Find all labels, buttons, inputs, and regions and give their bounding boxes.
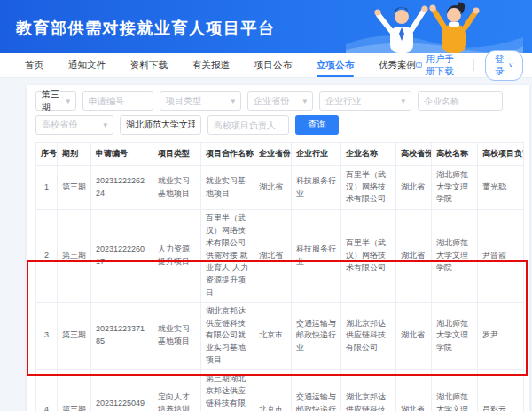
table-cell: 湖北师范大学文理学院 [432, 210, 478, 303]
table-cell: 湖北省 [254, 166, 292, 210]
nav-item[interactable]: 资料下载 [130, 53, 168, 77]
table-body: 1第三期2023122226224就业实习基地项目就业实习基地项目湖北省科技服务… [36, 166, 524, 411]
period-select[interactable]: 第三期 ▾ [35, 91, 76, 111]
page-title: 教育部供需对接就业育人项目平台 [16, 18, 276, 39]
highfive-illustration [346, 0, 523, 53]
nav-divider [473, 59, 474, 71]
nav-right: 用户手册下载 登录 ∨ [416, 50, 523, 81]
period-select-value: 第三期 [42, 89, 60, 113]
nav-items: 首页通知文件资料下载有关报道项目公布立项公布优秀案例 [9, 53, 416, 77]
nav-item[interactable]: 首页 [25, 53, 43, 77]
chevron-down-icon: ▾ [103, 120, 107, 129]
school-province-select[interactable]: 高校省份 ▾ [35, 115, 113, 135]
column-header: 序号 [36, 143, 58, 166]
column-header: 项目合作名称 [201, 143, 254, 166]
table-cell: 尹晋霞 [478, 210, 524, 303]
table-cell: 2023122337185 [91, 302, 153, 370]
main-nav: 首页通知文件资料下载有关报道项目公布立项公布优秀案例 用户手册下载 登录 ∨ [0, 53, 532, 78]
table-cell: 科技服务行业 [292, 166, 341, 210]
table-cell: 北京市 [254, 302, 292, 370]
column-header: 项目类型 [153, 143, 201, 166]
table-cell: 第三期 [58, 166, 91, 210]
table-cell: 第三期 [58, 210, 91, 303]
search-button[interactable]: 查询 [295, 115, 339, 135]
nav-item[interactable]: 优秀案例 [379, 53, 416, 77]
content-card: 第三期 ▾ 项目类型 ▾ 企业省份 ▾ 企业行业 ▾ 高校省份 ▾ 查询 [27, 85, 529, 411]
table-cell: 百里半（武汉）网络技术有限公司 [341, 210, 396, 303]
table-cell: 交通运输与邮政快递行业 [292, 370, 341, 411]
chevron-down-icon: ▾ [66, 97, 70, 105]
nav-item[interactable]: 通知文件 [68, 53, 106, 77]
table-cell: 第三期湖北京邦达供应链科技有限公司定向人才培养培训项目 [201, 370, 254, 411]
table-cell: 2023122226224 [91, 166, 153, 210]
table-cell: 湖北师范大学文理学院 [432, 370, 478, 411]
table-cell: 董光聪 [478, 166, 524, 210]
company-industry-select[interactable]: 企业行业 ▾ [319, 91, 411, 111]
project-type-placeholder: 项目类型 [166, 95, 201, 107]
company-province-placeholder: 企业省份 [254, 95, 289, 107]
table-cell: 1 [36, 166, 58, 210]
company-province-select[interactable]: 企业省份 ▾ [247, 91, 313, 111]
table-row[interactable]: 1第三期2023122226224就业实习基地项目就业实习基地项目湖北省科技服务… [36, 166, 524, 210]
table-cell: 湖北省 [254, 210, 292, 303]
project-type-select[interactable]: 项目类型 ▾ [160, 91, 241, 111]
apply-no-input[interactable] [82, 91, 153, 111]
table-cell: 湖北省 [396, 302, 432, 370]
table-cell: 罗尹 [478, 302, 524, 370]
login-button[interactable]: 登录 ∨ [485, 50, 523, 81]
table-cell: 湖北京邦达供应链科技有限公司就业实习基地项目 [201, 302, 254, 370]
company-industry-placeholder: 企业行业 [325, 95, 361, 107]
table-cell: 2 [36, 210, 58, 303]
table-cell: 第三期 [58, 370, 91, 411]
table-header-row: 序号期别申请编号项目类型项目合作名称企业省份企业行业企业名称高校省份高校名称高校… [36, 143, 524, 166]
login-label: 登录 [495, 53, 505, 78]
table-cell: 湖北省 [396, 210, 432, 303]
table-row[interactable]: 2第三期2023122226017人力资源提升项目百里半（武汉）网络技术有限公司… [36, 210, 524, 303]
table-cell: 4 [36, 370, 58, 411]
table-cell: 百里半（武汉）网络技术有限公司 [341, 166, 396, 210]
column-header: 企业名称 [341, 143, 396, 166]
table-cell: 人力资源提升项目 [153, 210, 201, 303]
table-cell: 湖北京邦达供应链科技有限公司 [341, 370, 396, 411]
chevron-down-icon: ▾ [401, 97, 405, 105]
table-row[interactable]: 4第三期2023122504956定向人才培养培训项目第三期湖北京邦达供应链科技… [36, 370, 524, 411]
chevron-down-icon: ▾ [231, 97, 235, 105]
table-cell: 湖北师范大学文理学院 [432, 166, 478, 210]
column-header: 高校项目负责人 [478, 143, 524, 166]
column-header: 高校名称 [432, 143, 478, 166]
table-cell: 湖北京邦达供应链科技有限公司 [341, 302, 396, 370]
column-header: 高校省份 [396, 143, 432, 166]
nav-item[interactable]: 项目公布 [254, 53, 292, 77]
table-cell: 3 [36, 302, 58, 370]
projects-table: 序号期别申请编号项目类型项目合作名称企业省份企业行业企业名称高校省份高校名称高校… [35, 142, 524, 411]
school-province-placeholder: 高校省份 [42, 119, 77, 131]
table-cell: 定向人才培养培训项目 [153, 370, 201, 411]
book-icon [416, 60, 422, 70]
table-row[interactable]: 3第三期2023122337185就业实习基地项目湖北京邦达供应链科技有限公司就… [36, 302, 524, 370]
table-cell: 吕彩云 [478, 370, 524, 411]
school-leader-input[interactable] [207, 115, 289, 135]
filter-row-2: 高校省份 ▾ 查询 [35, 115, 520, 135]
company-name-input[interactable] [418, 91, 503, 111]
school-name-input[interactable] [120, 115, 201, 135]
chevron-down-icon: ∨ [508, 61, 513, 69]
table-cell: 就业实习基地项目 [153, 302, 201, 370]
table-cell: 2023122504956 [91, 370, 153, 411]
nav-item[interactable]: 有关报道 [192, 53, 230, 77]
table-cell: 湖北师范大学文理学院 [432, 302, 478, 370]
table-cell: 就业实习基地项目 [201, 166, 254, 210]
table-cell: 第三期 [58, 302, 91, 370]
table-cell: 湖北省 [396, 370, 432, 411]
table-cell: 湖北省 [396, 166, 432, 210]
table-cell: 科技服务行业 [292, 210, 341, 303]
table-cell: 百里半（武汉）网络技术有限公司供需对接 就业育人-人力资源提升项目 [201, 210, 254, 303]
nav-item[interactable]: 立项公布 [317, 53, 354, 77]
page: { "header": { "title": "教育部供需对接就业育人项目平台"… [0, 0, 532, 411]
user-manual-download-link[interactable]: 用户手册下载 [416, 53, 463, 78]
table-cell: 就业实习基地项目 [153, 166, 201, 210]
column-header: 期别 [58, 143, 91, 166]
table-cell: 北京市 [254, 370, 292, 411]
filter-row-1: 第三期 ▾ 项目类型 ▾ 企业省份 ▾ 企业行业 ▾ [35, 91, 520, 111]
table-cell: 2023122226017 [91, 210, 153, 303]
column-header: 企业省份 [254, 143, 292, 166]
